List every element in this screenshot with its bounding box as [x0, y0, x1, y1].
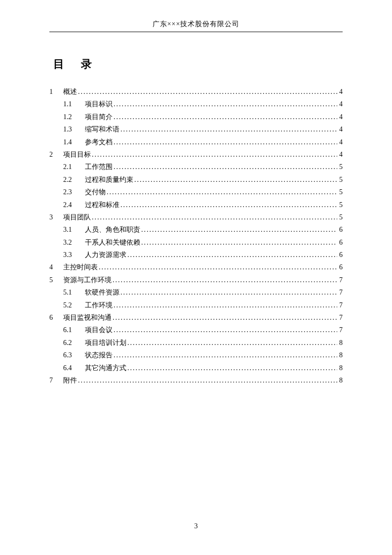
company-name: 广东×××技术股份有限公司 [153, 20, 240, 28]
toc-entry: 2.3交付物5 [49, 187, 343, 198]
toc-entry-page: 8 [338, 338, 343, 348]
toc-entry-page: 7 [338, 325, 343, 336]
toc-leader-dots [114, 137, 337, 148]
toc-entry-number: 6.1 [63, 325, 85, 336]
toc-entry-label: 工作范围 [85, 162, 113, 172]
toc-title: 目 录 [53, 57, 343, 72]
toc-leader-dots [120, 124, 337, 135]
toc-leader-dots [114, 112, 337, 123]
toc-entry-number: 3.2 [63, 237, 85, 248]
toc-entry-label: 状态报告 [85, 350, 113, 361]
toc-entry-page: 4 [338, 149, 343, 160]
toc-entry: 6.4其它沟通方式8 [49, 363, 343, 374]
toc-entry: 5.2工作环境7 [49, 300, 343, 311]
toc-entry-label: 过程和标准 [85, 200, 119, 211]
toc-entry-number: 3.3 [63, 250, 85, 260]
toc-entry-page: 7 [338, 287, 343, 298]
toc-entry-label: 工作环境 [85, 300, 113, 311]
toc-leader-dots [127, 338, 337, 348]
toc-entry-page: 4 [338, 86, 343, 97]
toc-entry-page: 5 [338, 187, 343, 198]
toc-entry: 3.1人员、角色和职责6 [49, 224, 343, 235]
toc-entry-number: 5 [49, 275, 63, 286]
toc-entry: 1.4参考文档4 [49, 137, 343, 148]
toc-entry-number: 7 [49, 375, 63, 386]
toc-entry-number: 1.1 [63, 99, 85, 110]
toc-entry: 1概述4 [49, 86, 343, 97]
toc-leader-dots [114, 325, 337, 336]
toc-entry-number: 4 [49, 262, 63, 273]
toc-entry-label: 概述 [63, 86, 77, 97]
toc-entry-number: 6.2 [63, 338, 85, 348]
toc-leader-dots [107, 187, 337, 198]
toc-leader-dots [120, 287, 337, 298]
toc-entry-number: 2.3 [63, 187, 85, 198]
toc-entry-label: 项目培训计划 [85, 338, 126, 348]
toc-leader-dots [92, 149, 337, 160]
toc-entry-label: 附件 [63, 375, 77, 386]
toc-entry: 4主控时间表6 [49, 262, 343, 273]
toc-entry-label: 人力资源需求 [85, 250, 126, 260]
toc-entry-page: 8 [338, 375, 343, 386]
page-header: 广东×××技术股份有限公司 [49, 20, 343, 32]
toc-leader-dots [92, 212, 337, 223]
toc-entry: 1.2项目简介4 [49, 112, 343, 123]
page-number: 3 [195, 522, 198, 530]
toc-entry-page: 5 [338, 200, 343, 211]
toc-leader-dots [127, 363, 337, 374]
toc-entry-page: 8 [338, 363, 343, 374]
toc-entry-number: 6 [49, 312, 63, 323]
toc-leader-dots [141, 224, 337, 235]
toc-entry-page: 5 [338, 162, 343, 172]
toc-entry: 3.2干系人和关键依赖6 [49, 237, 343, 248]
toc-leader-dots [127, 250, 337, 260]
toc-entry: 3项目团队5 [49, 212, 343, 223]
toc-entry-label: 项目会议 [85, 325, 113, 336]
toc-entry-page: 5 [338, 174, 343, 185]
toc-entry-number: 2.1 [63, 162, 85, 172]
toc-entry-page: 4 [338, 99, 343, 110]
toc-entry-label: 主控时间表 [63, 262, 98, 273]
toc-entry-page: 6 [338, 224, 343, 235]
toc-entry-number: 6.4 [63, 363, 85, 374]
toc-entry-label: 软硬件资源 [85, 287, 119, 298]
toc-entry-label: 其它沟通方式 [85, 363, 126, 374]
toc-entry-label: 项目简介 [85, 112, 113, 123]
toc-entry-number: 6.3 [63, 350, 85, 361]
toc-entry: 7附件8 [49, 375, 343, 386]
toc-leader-dots [113, 275, 337, 286]
toc-entry-number: 1.2 [63, 112, 85, 123]
toc-entry: 6.3状态报告8 [49, 350, 343, 361]
toc-entry: 2.4过程和标准5 [49, 200, 343, 211]
toc-entry-label: 过程和质量约束 [85, 174, 133, 185]
toc-entry-number: 2 [49, 149, 63, 160]
toc-leader-dots [120, 200, 337, 211]
toc-entry-page: 6 [338, 250, 343, 260]
table-of-contents: 1概述41.1项目标识41.2项目简介41.3缩写和术语41.4参考文档42项目… [49, 86, 343, 386]
toc-entry-label: 项目监视和沟通 [63, 312, 112, 323]
toc-entry-page: 7 [338, 312, 343, 323]
toc-entry: 5.1软硬件资源7 [49, 287, 343, 298]
toc-entry-label: 干系人和关键依赖 [85, 237, 140, 248]
toc-entry-number: 1.3 [63, 124, 85, 135]
toc-entry-number: 5.1 [63, 287, 85, 298]
toc-leader-dots [99, 262, 337, 273]
toc-leader-dots [134, 174, 337, 185]
toc-leader-dots [78, 375, 337, 386]
toc-entry: 6.2项目培训计划8 [49, 338, 343, 348]
toc-entry-page: 5 [338, 212, 343, 223]
toc-entry-page: 7 [338, 275, 343, 286]
toc-leader-dots [114, 350, 337, 361]
toc-entry: 1.1项目标识4 [49, 99, 343, 110]
toc-entry-label: 参考文档 [85, 137, 113, 148]
toc-leader-dots [78, 86, 337, 97]
toc-entry: 6项目监视和沟通7 [49, 312, 343, 323]
toc-entry-number: 2.2 [63, 174, 85, 185]
page-footer: 3 [0, 522, 392, 530]
toc-entry: 6.1项目会议7 [49, 325, 343, 336]
toc-entry-page: 6 [338, 237, 343, 248]
toc-entry: 2项目目标4 [49, 149, 343, 160]
toc-entry: 2.1工作范围5 [49, 162, 343, 172]
toc-entry-label: 资源与工作环境 [63, 275, 112, 286]
toc-entry-number: 2.4 [63, 200, 85, 211]
